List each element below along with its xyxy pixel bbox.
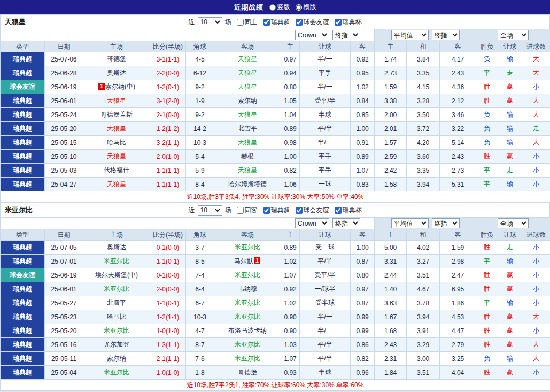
home-team[interactable]: 天狼星 (83, 150, 150, 164)
home-team[interactable]: 奥斯达 (83, 241, 150, 255)
away-team[interactable]: 米亚尔比 (214, 268, 281, 282)
match-count-select[interactable]: 10 (198, 17, 222, 27)
home-team[interactable]: 天狼星 (83, 178, 150, 191)
away-odds: 1.00 (351, 122, 375, 136)
home-team[interactable]: 天狼星 (83, 122, 150, 136)
competition-badge[interactable]: 瑞典超 (1, 366, 45, 380)
home-team[interactable]: 哈马比 (83, 310, 150, 324)
away-team[interactable]: 布洛马波卡纳 (214, 324, 281, 338)
away-team[interactable]: 米亚尔比 (214, 241, 281, 255)
checkbox-input[interactable] (237, 19, 244, 26)
away-team[interactable]: 天狼星 (214, 66, 281, 80)
home-team[interactable]: 米亚尔比 (83, 255, 150, 268)
competition-badge[interactable]: 球会友谊 (1, 268, 45, 282)
away-team[interactable]: 米亚尔比 (214, 338, 281, 352)
home-team[interactable]: 天狼星 (83, 94, 150, 108)
home-team[interactable]: 米亚尔比 (83, 324, 150, 338)
home-team[interactable]: 索尔纳 (83, 352, 150, 366)
home-team[interactable]: 哥德堡盖斯 (83, 108, 150, 122)
horizontal-radio[interactable] (296, 4, 302, 11)
checkbox-label: 瑞典杯 (343, 18, 362, 27)
away-team[interactable]: 天狼星 (214, 52, 281, 66)
competition-badge[interactable]: 瑞典超 (1, 150, 45, 164)
checkbox-input[interactable] (296, 207, 303, 214)
fulltime-controls: 全场 (476, 29, 550, 41)
competition-badge[interactable]: 瑞典超 (1, 178, 45, 191)
away-team[interactable]: 天狼星 (214, 108, 281, 122)
result-outcome: 负 (476, 52, 498, 66)
team-link-label: 米亚尔比 (235, 299, 260, 306)
home-team[interactable]: 哥德堡 (83, 52, 150, 66)
home-team[interactable]: 尤尔加登 (83, 338, 150, 352)
filter-checkbox[interactable]: 球会友谊 (296, 206, 329, 215)
away-odds: 0.95 (351, 66, 375, 80)
away-team[interactable]: 米亚尔比 (214, 352, 281, 366)
filter-checkbox[interactable]: 同客 (237, 206, 258, 215)
away-team[interactable]: 索尔纳 (214, 94, 281, 108)
checkbox-input[interactable] (263, 207, 270, 214)
filter-checkbox[interactable]: 同主 (237, 18, 258, 27)
competition-badge[interactable]: 瑞典超 (1, 136, 45, 150)
checkbox-input[interactable] (335, 19, 342, 26)
bookmaker-stage-select[interactable]: 终指 (332, 30, 360, 40)
competition-badge[interactable]: 瑞典超 (1, 338, 45, 352)
away-team[interactable]: 米亚尔比 (214, 296, 281, 310)
home-team[interactable]: 北雪平 (83, 296, 150, 310)
competition-badge[interactable]: 瑞典超 (1, 282, 45, 296)
filter-checkbox[interactable]: 瑞典杯 (335, 206, 362, 215)
away-team[interactable]: 韦纳穆 (214, 282, 281, 296)
vertical-radio[interactable] (269, 4, 276, 11)
home-team[interactable]: 代格福什 (83, 164, 150, 178)
competition-badge[interactable]: 瑞典超 (1, 122, 45, 136)
competition-badge[interactable]: 瑞典超 (1, 164, 45, 178)
bookmaker-select[interactable]: Crown (295, 218, 329, 228)
fulltime-select[interactable]: 全场 (498, 218, 529, 228)
filter-checkbox[interactable]: 瑞典杯 (335, 18, 362, 27)
home-team[interactable]: 米亚尔比 (83, 366, 150, 380)
average-select[interactable]: 平均值 (391, 30, 429, 40)
match-count-select[interactable]: 10 (198, 205, 222, 216)
layout-option-horizontal[interactable]: 横版 (296, 3, 316, 12)
competition-badge[interactable]: 瑞典超 (1, 52, 45, 66)
checkbox-input[interactable] (335, 207, 342, 214)
away-team[interactable]: 哈尔姆斯塔德 (214, 178, 281, 191)
away-team[interactable]: 天狼星 (214, 164, 281, 178)
checkbox-input[interactable] (263, 19, 270, 26)
filter-checkbox[interactable]: 瑞典超 (263, 206, 290, 215)
competition-badge[interactable]: 瑞典超 (1, 108, 45, 122)
average-select[interactable]: 平均值 (391, 218, 429, 228)
away-team[interactable]: 天狼星 (214, 136, 281, 150)
checkbox-input[interactable] (296, 19, 303, 26)
filter-checkbox[interactable]: 瑞典超 (263, 18, 290, 27)
avg-draw-odds: 3.28 (407, 94, 440, 108)
bookmaker-select[interactable]: Crown (295, 30, 329, 40)
away-team[interactable]: 天狼星 (214, 80, 281, 94)
filter-checkbox[interactable]: 球会友谊 (296, 18, 329, 27)
home-team[interactable]: 奥斯达 (83, 66, 150, 80)
competition-badge[interactable]: 瑞典超 (1, 324, 45, 338)
away-team[interactable]: 马尔默1 (214, 255, 281, 268)
average-stage-select[interactable]: 终指 (432, 30, 460, 40)
layout-option-vertical[interactable]: 竖版 (269, 3, 290, 12)
away-team[interactable]: 哥德堡 (214, 366, 281, 380)
competition-badge[interactable]: 球会友谊 (1, 80, 45, 94)
competition-badge[interactable]: 瑞典超 (1, 352, 45, 366)
competition-badge[interactable]: 瑞典超 (1, 255, 45, 268)
competition-badge[interactable]: 瑞典超 (1, 310, 45, 324)
home-team[interactable]: 哈马比 (83, 136, 150, 150)
away-team[interactable]: 北雪平 (214, 122, 281, 136)
fulltime-select[interactable]: 全场 (498, 30, 529, 40)
home-team[interactable]: 1索尔纳(中) (83, 80, 150, 94)
checkbox-input[interactable] (237, 207, 244, 214)
away-team[interactable]: 赫根 (214, 150, 281, 164)
average-stage-select[interactable]: 终指 (432, 218, 460, 228)
home-team[interactable]: 米亚尔比 (83, 282, 150, 296)
bookmaker-stage-select[interactable]: 终指 (332, 218, 360, 228)
competition-badge[interactable]: 瑞典超 (1, 241, 45, 255)
competition-badge[interactable]: 瑞典超 (1, 296, 45, 310)
checkbox-label: 同客 (245, 206, 258, 215)
away-team[interactable]: 米亚尔比 (214, 310, 281, 324)
home-team[interactable]: 埃尔夫斯堡(中) (83, 268, 150, 282)
competition-badge[interactable]: 瑞典超 (1, 94, 45, 108)
competition-badge[interactable]: 瑞典超 (1, 66, 45, 80)
